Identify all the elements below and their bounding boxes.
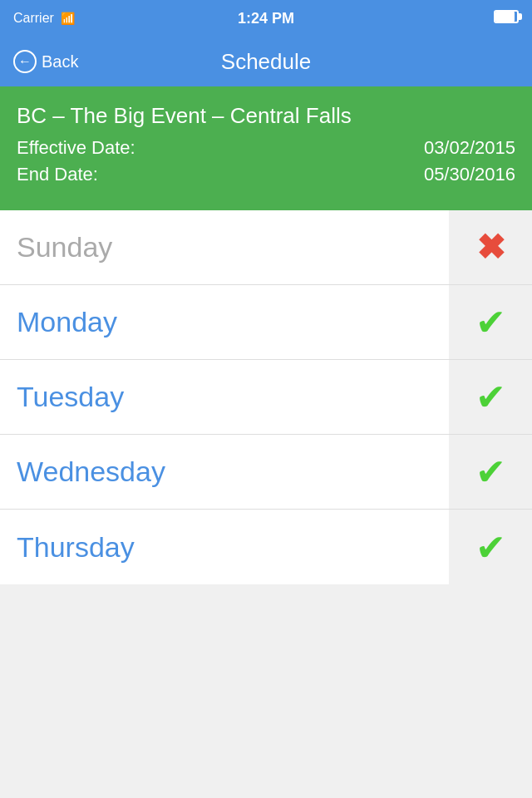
cross-mark-icon: ✖	[449, 210, 532, 284]
wifi-icon: 📶	[61, 12, 75, 25]
schedule-list: Sunday✖Monday✔Tuesday✔Wednesday✔Thursday…	[0, 210, 532, 584]
nav-title: Schedule	[221, 49, 311, 75]
battery-container	[494, 10, 519, 27]
crossmark: ✖	[476, 227, 505, 268]
carrier-label: Carrier	[13, 11, 54, 26]
checkmark: ✔	[475, 301, 506, 343]
schedule-row: Thursday✔	[0, 510, 532, 584]
battery-icon	[494, 10, 519, 23]
check-mark-icon: ✔	[449, 510, 532, 584]
day-name: Monday	[0, 306, 449, 338]
checkmark: ✔	[475, 451, 506, 493]
day-name: Thursday	[0, 531, 449, 564]
event-title: BC – The Big Event – Central Falls	[17, 103, 515, 129]
end-date-row: End Date: 05/30/2016	[17, 164, 515, 185]
day-name: Tuesday	[0, 381, 449, 413]
end-date-value: 05/30/2016	[424, 164, 515, 185]
schedule-row: Wednesday✔	[0, 435, 532, 510]
end-date-label: End Date:	[17, 164, 98, 185]
back-button[interactable]: ← Back	[13, 50, 78, 73]
day-name: Sunday	[0, 231, 449, 264]
nav-bar: ← Back Schedule	[0, 37, 532, 86]
schedule-row: Sunday✖	[0, 210, 532, 285]
back-arrow-icon: ←	[13, 50, 37, 73]
effective-date-label: Effective Date:	[17, 137, 135, 159]
effective-date-value: 03/02/2015	[424, 137, 515, 159]
check-mark-icon: ✔	[449, 435, 532, 509]
event-header: BC – The Big Event – Central Falls Effec…	[0, 86, 532, 210]
battery-fill	[495, 12, 515, 22]
schedule-row: Tuesday✔	[0, 360, 532, 435]
check-mark-icon: ✔	[449, 285, 532, 359]
effective-date-row: Effective Date: 03/02/2015	[17, 137, 515, 159]
status-bar-left: Carrier 📶	[13, 11, 75, 26]
status-bar: Carrier 📶 1:24 PM	[0, 0, 532, 37]
schedule-row: Monday✔	[0, 285, 532, 360]
check-mark-icon: ✔	[449, 360, 532, 434]
checkmark: ✔	[475, 526, 506, 569]
back-label: Back	[42, 52, 78, 71]
day-name: Wednesday	[0, 456, 449, 488]
status-bar-time: 1:24 PM	[238, 10, 294, 27]
checkmark: ✔	[475, 376, 506, 418]
